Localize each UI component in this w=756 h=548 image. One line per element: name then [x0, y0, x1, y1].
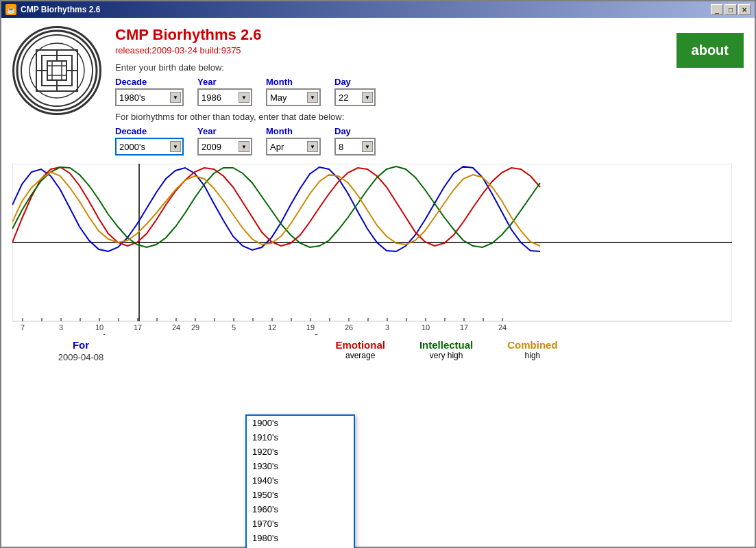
svg-text:19: 19	[306, 323, 315, 332]
maximize-button[interactable]: □	[724, 4, 737, 15]
birth-decade-select[interactable]: 1980's	[117, 91, 182, 104]
other-day-field: Day 8 ▼	[334, 126, 376, 155]
birth-day-label: Day	[334, 77, 376, 87]
emotional-legend: Emotional average	[335, 339, 385, 360]
birth-day-select[interactable]: 22	[336, 91, 374, 104]
app-icon: ☕	[5, 4, 16, 15]
combined-label: Combined	[507, 339, 557, 351]
combined-value: high	[507, 351, 557, 360]
dropdown-item-1980[interactable]: 1980's	[247, 531, 354, 545]
app-subtitle: released:2009-03-24 build:9375	[115, 45, 663, 55]
dropdown-item-1950[interactable]: 1950's	[247, 488, 354, 502]
birth-day-select-wrap[interactable]: 22 ▼	[334, 88, 376, 106]
other-date-row: Decade 2000's ▼ Year	[115, 126, 663, 155]
birth-decade-select-wrap[interactable]: 1980's ▼	[115, 88, 184, 106]
svg-text:10: 10	[422, 323, 430, 332]
intellectual-legend: Intellectual very high	[419, 339, 473, 360]
birth-decade-label: Decade	[115, 77, 184, 87]
svg-text:29: 29	[191, 323, 199, 332]
birth-year-select[interactable]: 1986	[199, 91, 251, 104]
svg-text:17: 17	[134, 323, 142, 332]
about-area: about	[676, 26, 744, 68]
birth-date-section: Enter your birth date below: Decade 1980…	[115, 62, 663, 106]
svg-text:12: 12	[268, 323, 276, 332]
dropdown-item-1920[interactable]: 1920's	[247, 445, 354, 459]
svg-text:Apr: Apr	[101, 333, 116, 335]
close-button[interactable]: ✕	[738, 4, 751, 15]
svg-text:10: 10	[95, 323, 103, 332]
birth-date-row: Decade 1980's ▼ Year	[115, 77, 663, 106]
birth-year-field: Year 1986 ▼	[197, 77, 252, 106]
other-year-field: Year 2009 ▼	[197, 126, 252, 155]
svg-text:3: 3	[59, 323, 63, 332]
dropdown-item-1960[interactable]: 1960's	[247, 502, 354, 516]
emotional-label: Emotional	[335, 339, 385, 351]
svg-text:24: 24	[498, 323, 507, 332]
other-decade-select[interactable]: 2000's	[117, 140, 182, 153]
svg-text:Jun: Jun	[313, 333, 328, 335]
svg-text:3: 3	[385, 323, 389, 332]
about-button[interactable]: about	[676, 33, 744, 68]
birth-month-select[interactable]: May	[267, 91, 319, 104]
emotional-value: average	[335, 351, 385, 360]
legend-items: Emotional average Intellectual very high…	[149, 339, 744, 360]
dropdown-item-1900[interactable]: 1900's	[247, 416, 354, 430]
chart-container: 7 3 10 17 24 Apr 29	[12, 164, 744, 335]
window-title: CMP Biorhythms 2.6	[21, 5, 100, 14]
dropdown-item-1940[interactable]: 1940's	[247, 473, 354, 488]
combined-legend: Combined high	[507, 339, 557, 360]
other-year-select-wrap[interactable]: 2009 ▼	[197, 138, 252, 155]
other-month-select[interactable]: Apr	[267, 140, 319, 153]
other-date-label: For biorhythms for other than today, ent…	[115, 112, 663, 122]
logo-area	[12, 26, 101, 115]
svg-point-1	[21, 35, 93, 106]
birth-month-label: Month	[266, 77, 321, 87]
dropdown-item-1970[interactable]: 1970's	[247, 516, 354, 531]
other-decade-select-wrap[interactable]: 2000's ▼	[115, 138, 184, 155]
birth-decade-field: Decade 1980's ▼	[115, 77, 184, 106]
birth-month-field: Month May ▼	[266, 77, 321, 106]
other-day-select[interactable]: 8	[336, 140, 374, 153]
birth-month-select-wrap[interactable]: May ▼	[266, 88, 321, 106]
title-bar: ☕ CMP Biorhythms 2.6 _ □ ✕	[1, 1, 755, 18]
info-area: CMP Biorhythms 2.6 released:2009-03-24 b…	[115, 26, 663, 161]
logo	[12, 26, 101, 115]
title-controls: _ □ ✕	[711, 4, 751, 15]
dropdown-item-1910[interactable]: 1910's	[247, 430, 354, 445]
other-month-field: Month Apr ▼	[266, 126, 321, 155]
other-date-section: For biorhythms for other than today, ent…	[115, 112, 663, 155]
other-year-select[interactable]: 2009	[199, 140, 251, 153]
other-day-select-wrap[interactable]: 8 ▼	[334, 138, 376, 155]
page-content: CMP Biorhythms 2.6 released:2009-03-24 b…	[1, 18, 755, 547]
other-month-label: Month	[266, 126, 321, 136]
intellectual-label: Intellectual	[419, 339, 473, 351]
birth-date-label: Enter your birth date below:	[115, 62, 663, 73]
biorhythm-chart: 7 3 10 17 24 Apr 29	[12, 164, 732, 335]
other-year-label: Year	[197, 126, 252, 136]
decade-dropdown[interactable]: 1900's 1910's 1920's 1930's 1940's 1950'…	[245, 414, 355, 548]
dropdown-item-1930[interactable]: 1930's	[247, 459, 354, 473]
svg-text:5: 5	[232, 323, 236, 332]
for-date: 2009-04-08	[12, 352, 149, 362]
footer-legend-row: For 2009-04-08 Emotional average Intelle…	[12, 339, 744, 362]
logo-svg	[16, 29, 98, 112]
other-day-label: Day	[334, 126, 376, 136]
minimize-button[interactable]: _	[711, 4, 723, 15]
dropdown-item-1990[interactable]: 1990's	[247, 545, 354, 548]
svg-text:17: 17	[460, 323, 468, 332]
birth-year-label: Year	[197, 77, 252, 87]
main-window: ☕ CMP Biorhythms 2.6 _ □ ✕	[0, 0, 756, 548]
top-row: CMP Biorhythms 2.6 released:2009-03-24 b…	[12, 26, 744, 161]
birth-year-select-wrap[interactable]: 1986 ▼	[197, 88, 252, 106]
other-month-select-wrap[interactable]: Apr ▼	[266, 138, 321, 155]
for-section: For 2009-04-08	[12, 339, 149, 362]
for-label: For	[12, 339, 149, 351]
svg-text:26: 26	[345, 323, 353, 332]
other-decade-label: Decade	[115, 126, 184, 136]
title-bar-left: ☕ CMP Biorhythms 2.6	[5, 4, 100, 15]
birth-day-field: Day 22 ▼	[334, 77, 376, 106]
svg-text:24: 24	[172, 323, 180, 332]
svg-text:7: 7	[21, 323, 25, 332]
app-title: CMP Biorhythms 2.6	[115, 26, 663, 44]
intellectual-value: very high	[419, 351, 473, 360]
